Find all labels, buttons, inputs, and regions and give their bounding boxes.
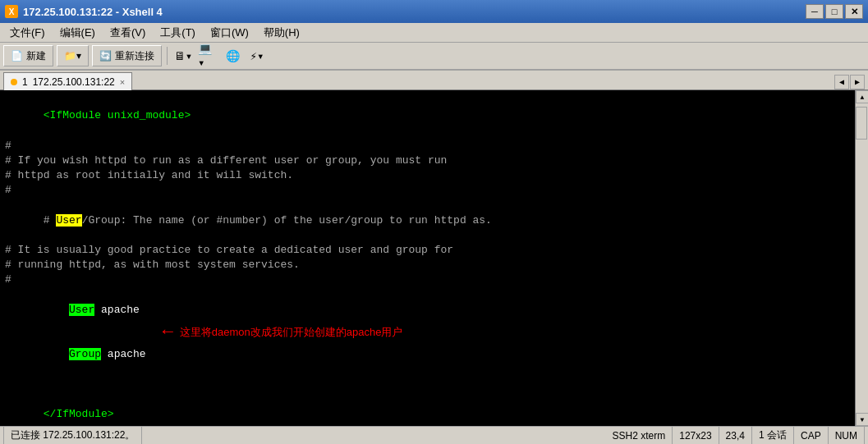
menu-window[interactable]: 窗口(W) bbox=[204, 24, 255, 42]
position-text: 23,4 bbox=[726, 430, 745, 442]
ssh-text: SSH2 xterm bbox=[613, 430, 666, 442]
new-button[interactable]: 📄 新建 bbox=[3, 45, 53, 66]
menu-bar: 文件(F) 编辑(E) 查看(V) 工具(T) 窗口(W) 帮助(H) bbox=[0, 23, 868, 43]
monitor-icon: 🖥▾ bbox=[174, 49, 192, 63]
user-keyword: User bbox=[69, 304, 94, 316]
new-icon: 📄 bbox=[11, 50, 23, 62]
scroll-up-button[interactable]: ▲ bbox=[856, 90, 868, 103]
status-size: 127x23 bbox=[673, 427, 719, 444]
tab-close-button[interactable]: × bbox=[120, 77, 125, 87]
user-group-block: User apache Group apache ← 这里将daemon改成我们… bbox=[5, 287, 850, 377]
separator-1 bbox=[167, 47, 168, 65]
new-label: 新建 bbox=[26, 49, 46, 63]
toolbar-extra[interactable]: ⚡▾ bbox=[246, 45, 268, 66]
tab-nav: ◀ ▶ bbox=[834, 75, 865, 89]
tab-host: 172.25.100.131:22 bbox=[33, 76, 115, 88]
toolbar: 📄 新建 📁▾ 🔄 重新连接 🖥▾ 💻▾ 🌐 ⚡▾ bbox=[0, 43, 868, 71]
status-sessions: 1 会话 bbox=[752, 427, 794, 444]
status-ssh: SSH2 xterm bbox=[606, 427, 673, 444]
annotation-text: 这里将daemon改成我们开始创建的apache用户 bbox=[180, 325, 403, 340]
globe-icon: 🌐 bbox=[226, 49, 240, 63]
menu-edit[interactable]: 编辑(E) bbox=[53, 24, 102, 42]
cap-text: CAP bbox=[801, 430, 821, 442]
menu-file[interactable]: 文件(F) bbox=[3, 24, 52, 42]
scroll-down-button[interactable]: ▼ bbox=[856, 413, 868, 426]
line-user: User apache bbox=[5, 287, 146, 332]
line-group: Group apache bbox=[5, 332, 146, 378]
status-position: 23,4 bbox=[719, 427, 752, 444]
tab-dot bbox=[11, 79, 17, 85]
sessions-text: 1 会话 bbox=[759, 428, 787, 442]
toolbar-icon1[interactable]: 🖥▾ bbox=[172, 45, 194, 66]
close-button[interactable]: ✕ bbox=[845, 4, 863, 19]
size-text: 127x23 bbox=[679, 430, 711, 442]
line-user-group-comment: # User/Group: The name (or #number) of t… bbox=[5, 198, 850, 243]
line-comment3: # It is usually good practice to create … bbox=[5, 243, 850, 258]
status-connected: 已连接 172.25.100.131:22。 bbox=[3, 427, 142, 444]
maximize-button[interactable]: □ bbox=[825, 4, 843, 19]
scrollbar[interactable]: ▲ ▼ bbox=[855, 90, 868, 426]
arrow-icon: ← bbox=[163, 320, 173, 346]
num-text: NUM bbox=[835, 430, 857, 442]
line-comment1: # If you wish httpd to run as a differen… bbox=[5, 153, 850, 168]
scrollbar-thumb[interactable] bbox=[856, 107, 867, 140]
tab-nav-right[interactable]: ▶ bbox=[850, 75, 865, 89]
line-ifmodule-close: </IfModule> bbox=[5, 392, 850, 426]
extra-icon: ⚡▾ bbox=[250, 49, 264, 63]
reconnect-icon: 🔄 bbox=[99, 50, 112, 62]
status-bar: 已连接 172.25.100.131:22。 SSH2 xterm 127x23… bbox=[0, 426, 868, 444]
scrollbar-track[interactable] bbox=[856, 103, 868, 413]
terminal-container: <IfModule unixd_module> # # If you wish … bbox=[0, 90, 868, 426]
folder-icon: 📁▾ bbox=[64, 50, 81, 62]
tab-number: 1 bbox=[22, 76, 28, 88]
line-ifmodule-open: <IfModule unixd_module> bbox=[5, 94, 850, 139]
title-text: 172.25.100.131:22 - Xshell 4 bbox=[23, 6, 163, 18]
toolbar-icon2[interactable]: 💻▾ bbox=[197, 45, 218, 66]
status-num: NUM bbox=[829, 427, 865, 444]
computer-icon: 💻▾ bbox=[198, 42, 218, 70]
line-hash2: # bbox=[5, 183, 850, 198]
tab-bar: 1 172.25.100.131:22 × ◀ ▶ bbox=[0, 71, 868, 90]
app-icon: X bbox=[5, 5, 18, 18]
menu-tools[interactable]: 工具(T) bbox=[154, 24, 202, 42]
folder-button[interactable]: 📁▾ bbox=[57, 45, 89, 66]
menu-help[interactable]: 帮助(H) bbox=[257, 24, 306, 42]
window-controls: ─ □ ✕ bbox=[806, 4, 863, 19]
group-keyword: Group bbox=[69, 348, 101, 360]
line-comment2: # httpd as root initially and it will sw… bbox=[5, 168, 850, 183]
title-bar: X 172.25.100.131:22 - Xshell 4 ─ □ ✕ bbox=[0, 0, 868, 23]
line-hash3: # bbox=[5, 272, 850, 287]
line-blank1 bbox=[5, 378, 850, 392]
connected-text: 已连接 172.25.100.131:22。 bbox=[11, 428, 135, 442]
tab-nav-left[interactable]: ◀ bbox=[834, 75, 849, 89]
reconnect-label: 重新连接 bbox=[115, 49, 154, 63]
toolbar-icon3[interactable]: 🌐 bbox=[222, 45, 243, 66]
user-group-lines: User apache Group apache bbox=[5, 287, 146, 377]
minimize-button[interactable]: ─ bbox=[806, 4, 824, 19]
session-tab[interactable]: 1 172.25.100.131:22 × bbox=[3, 72, 132, 90]
annotation-block: ← 这里将daemon改成我们开始创建的apache用户 bbox=[163, 320, 403, 346]
menu-view[interactable]: 查看(V) bbox=[103, 24, 152, 42]
line-hash1: # bbox=[5, 139, 850, 153]
terminal[interactable]: <IfModule unixd_module> # # If you wish … bbox=[0, 90, 855, 426]
user-highlight-comment: User bbox=[56, 214, 81, 227]
status-cap: CAP bbox=[794, 427, 829, 444]
line-comment4: # running httpd, as with most system ser… bbox=[5, 258, 850, 272]
reconnect-button[interactable]: 🔄 重新连接 bbox=[92, 45, 162, 66]
